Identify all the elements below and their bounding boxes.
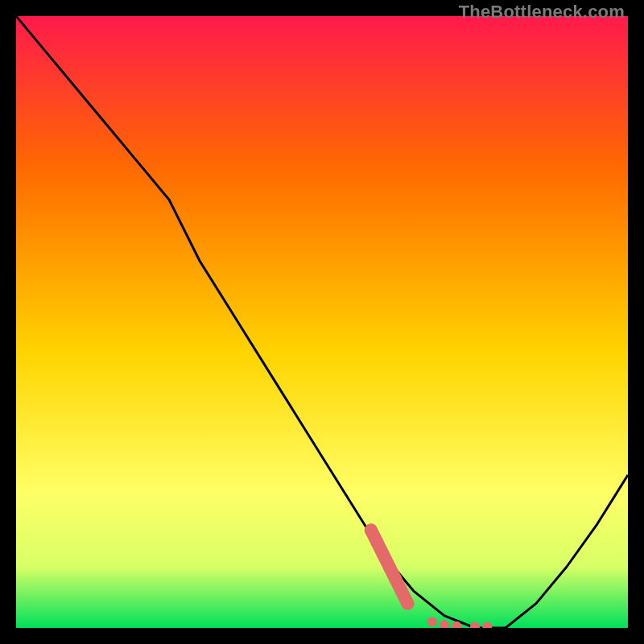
- highlight-marker: [377, 548, 390, 561]
- highlight-marker: [401, 597, 414, 610]
- highlight-marker: [427, 617, 437, 626]
- gradient-background: [16, 16, 628, 628]
- highlight-marker: [389, 572, 402, 585]
- highlight-marker: [395, 584, 408, 597]
- watermark-text: TheBottleneck.com: [459, 2, 625, 23]
- highlight-marker: [370, 536, 383, 549]
- bottleneck-chart: [16, 16, 628, 628]
- highlight-marker: [383, 560, 396, 573]
- chart-frame: [16, 16, 628, 628]
- highlight-marker: [365, 523, 378, 536]
